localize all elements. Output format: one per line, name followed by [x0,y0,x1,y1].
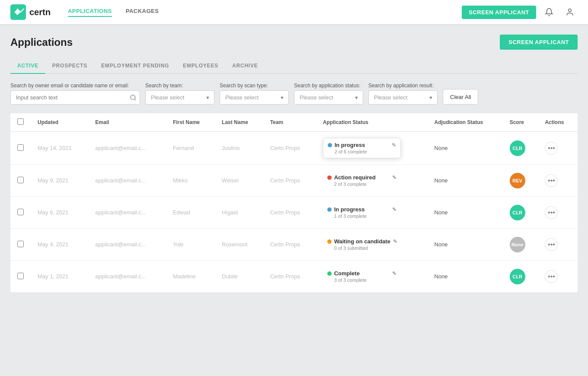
status-label: In progress [334,206,365,213]
row-adj-status: None [428,197,503,229]
main-content: Applications SCREEN APPLICANT ACTIVE PRO… [0,24,588,303]
scan-select-wrap: Please select ▼ [220,90,289,105]
status-select[interactable]: Please select [294,90,363,105]
tab-active[interactable]: ACTIVE [10,58,45,74]
header-email: Email [88,113,166,132]
screen-applicant-nav-button[interactable]: SCREEN APPLICANT [462,6,536,19]
row-team: Certn Props [263,229,316,261]
team-select[interactable]: Please select [145,90,214,105]
table-row: May 9, 2021 applicant@email.c... Mikko W… [10,165,578,197]
screen-applicant-button[interactable]: SCREEN APPLICANT [500,35,578,50]
user-menu-button[interactable] [562,4,578,20]
more-actions-button[interactable]: ••• [545,206,558,219]
nav-applications[interactable]: APPLICATIONS [68,8,112,17]
logo-text: certn [29,7,51,17]
row-score-cell: CLR [503,197,538,229]
status-edit-icon[interactable]: ✎ [392,207,396,213]
tab-prospects[interactable]: PROSPECTS [45,58,94,74]
row-score-cell: CLR [503,261,538,293]
row-updated: May 4, 2021 [31,229,88,261]
status-dot [327,207,332,212]
more-actions-button[interactable]: ••• [545,270,558,283]
status-label: Waiting on candidate [334,238,390,245]
row-checkbox-cell [10,229,31,261]
status-dot [327,239,332,244]
row-status-cell: In progress ✎ 2 of 6 complete [316,132,428,165]
page-title: Applications [10,36,73,48]
header-adj-status: Adjudication Status [428,113,503,132]
more-actions-button[interactable]: ••• [545,238,558,251]
more-actions-button[interactable]: ••• [545,174,558,187]
row-email: applicant@email.c... [88,197,166,229]
row-checkbox[interactable] [17,144,24,151]
status-badge: In progress ✎ 1 of 3 complete [323,203,401,222]
scan-select[interactable]: Please select [220,90,289,105]
tab-employees[interactable]: EMPLOYEES [176,58,225,74]
status-search-group: Search by application status: Please sel… [294,83,363,105]
row-email: applicant@email.c... [88,165,166,197]
clear-all-button[interactable]: Clear All [443,89,478,105]
table-container: Updated Email First Name Last Name Team … [10,113,578,293]
team-search-label: Search by team: [145,83,214,89]
row-lastname: Dubile [215,261,263,293]
status-edit-icon[interactable]: ✎ [392,271,396,277]
row-team: Certn Props [263,261,316,293]
svg-line-3 [134,99,136,100]
page-header: Applications SCREEN APPLICANT [10,35,578,50]
row-actions-cell: ••• [538,197,578,229]
status-sub: 2 of 3 complete [334,182,396,187]
row-adj-status: None [428,229,503,261]
search-icon-button[interactable] [130,94,137,101]
svg-point-1 [569,9,572,12]
row-firstname: Madeline [166,261,215,293]
header-lastname: Last Name [215,113,263,132]
score-badge: CLR [510,140,525,156]
status-row: Complete ✎ [327,270,396,277]
row-updated: May 14, 2021 [31,132,88,165]
actions-cell: ••• [545,270,571,283]
row-actions-cell: ••• [538,261,578,293]
status-edit-icon[interactable]: ✎ [392,142,396,148]
row-checkbox[interactable] [17,209,24,215]
team-select-wrap: Please select ▼ [145,90,214,105]
team-search-group: Search by team: Please select ▼ [145,83,214,105]
row-lastname: Rosemont [215,229,263,261]
status-sub: 3 of 3 complete [334,277,396,283]
status-dot [327,175,332,180]
owner-search-label: Search by owner email or candidate name … [10,83,140,89]
more-actions-button[interactable]: ••• [545,142,558,155]
row-checkbox[interactable] [17,273,24,279]
row-checkbox[interactable] [17,241,24,247]
status-edit-icon[interactable]: ✎ [392,175,396,181]
row-score-cell: CLR [503,132,538,165]
search-input[interactable] [10,90,140,105]
row-status-cell: Waiting on candidate ✎ 0 of 3 submitted [316,229,428,261]
status-row: In progress ✎ [328,142,396,148]
owner-search-group: Search by owner email or candidate name … [10,83,140,105]
nav-packages[interactable]: PACKAGES [126,8,159,17]
header-app-status: Application Status [316,113,428,132]
score-badge: CLR [510,205,525,220]
scan-search-label: Search by scan type: [220,83,289,89]
status-sub: 2 of 6 complete [335,149,396,154]
select-all-checkbox[interactable] [17,118,24,125]
result-select-wrap: Please select ▼ [368,90,438,105]
row-checkbox[interactable] [17,177,24,183]
tab-employment-pending[interactable]: EMPLOYMENT PENDING [94,58,176,74]
row-adj-status: None [428,261,503,293]
status-label: In progress [335,142,365,148]
tab-archive[interactable]: ARCHIVE [225,58,265,74]
row-actions-cell: ••• [538,132,578,165]
table-header-row: Updated Email First Name Last Name Team … [10,113,578,132]
status-badge: Action required ✎ 2 of 3 complete [323,171,401,190]
row-lastname: Justino [215,132,263,165]
header-checkbox-cell [10,113,31,132]
status-edit-icon[interactable]: ✎ [393,239,397,245]
row-checkbox-cell [10,197,31,229]
result-search-group: Search by application result: Please sel… [368,83,438,105]
status-sub: 1 of 3 complete [334,213,396,219]
status-badge: In progress ✎ 2 of 6 complete [323,138,401,158]
notification-button[interactable] [541,4,557,20]
result-select[interactable]: Please select [368,90,438,105]
row-firstname: Edwad [166,197,215,229]
